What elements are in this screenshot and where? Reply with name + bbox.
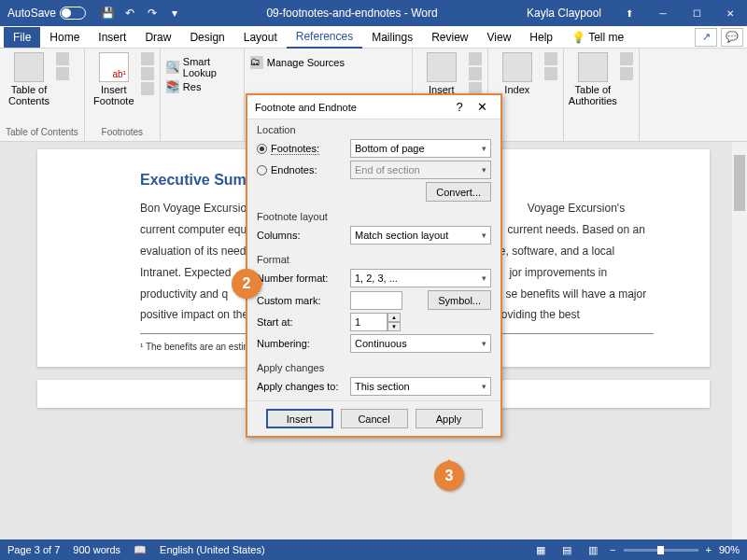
ribbon-tabs: File Home Insert Draw Design Layout Refe…	[0, 26, 747, 49]
dialog-title: Footnote and Endnote	[255, 102, 448, 113]
update-table-button[interactable]	[56, 67, 69, 80]
tab-help[interactable]: Help	[520, 27, 562, 48]
tab-layout[interactable]: Layout	[234, 27, 287, 48]
language-indicator[interactable]: English (United States)	[160, 544, 265, 555]
tab-view[interactable]: View	[478, 27, 521, 48]
zoom-level[interactable]: 90%	[719, 544, 740, 555]
researcher-button[interactable]: 📚Res	[166, 80, 238, 93]
location-heading: Location	[257, 124, 491, 135]
apply-heading: Apply changes	[257, 362, 491, 373]
insert-footnote-button[interactable]: ab¹Insert Footnote	[91, 52, 137, 106]
close-icon[interactable]: ✕	[713, 0, 747, 26]
tell-me[interactable]: 💡 Tell me	[562, 27, 633, 48]
update-tof-button[interactable]	[469, 67, 482, 80]
read-mode-icon[interactable]: ▦	[531, 542, 550, 557]
spin-up-icon: ▲	[388, 313, 401, 322]
undo-icon[interactable]: ↶	[120, 3, 140, 23]
callout-3: 3	[434, 461, 464, 491]
zoom-in-icon[interactable]: +	[706, 544, 712, 555]
number-format-combo[interactable]: 1, 2, 3, ...▾	[350, 269, 491, 287]
footnotes-location-combo[interactable]: Bottom of page▾	[350, 139, 491, 158]
tab-review[interactable]: Review	[422, 27, 477, 48]
columns-combo[interactable]: Match section layout▾	[350, 226, 491, 245]
comments-icon[interactable]: 💬	[721, 28, 743, 47]
insert-tof-button[interactable]	[469, 52, 482, 65]
insert-endnote-button[interactable]	[141, 52, 154, 65]
table-of-contents-button[interactable]: Table of Contents	[6, 52, 52, 106]
format-heading: Format	[257, 254, 491, 265]
tab-draw[interactable]: Draw	[135, 27, 180, 48]
apply-button[interactable]: Apply	[416, 409, 483, 428]
autosave-toggle[interactable]: AutoSave	[0, 7, 93, 20]
zoom-slider[interactable]	[624, 549, 698, 552]
apply-changes-combo[interactable]: This section▾	[350, 377, 491, 396]
manage-sources-button[interactable]: 🗂Manage Sources	[250, 56, 406, 69]
tab-insert[interactable]: Insert	[89, 27, 135, 48]
endnotes-location-combo: End of section▾	[350, 161, 491, 179]
index-button[interactable]: Index	[494, 52, 541, 95]
tab-references[interactable]: References	[287, 26, 362, 49]
user-name[interactable]: Kayla Claypool	[515, 7, 613, 20]
maximize-icon[interactable]: ☐	[680, 0, 713, 26]
symbol-button[interactable]: Symbol...	[428, 290, 491, 310]
print-layout-icon[interactable]: ▤	[557, 542, 576, 557]
footnote-endnote-dialog: Footnote and Endnote ? ✕ Location Footno…	[246, 93, 502, 438]
custom-mark-input[interactable]	[350, 291, 402, 310]
tab-file[interactable]: File	[4, 27, 40, 48]
word-count[interactable]: 900 words	[73, 544, 120, 555]
document-title: 09-footnotes-and-endnotes - Word	[189, 7, 515, 20]
zoom-out-icon[interactable]: −	[610, 544, 615, 555]
add-text-button[interactable]	[56, 52, 69, 65]
next-footnote-button[interactable]	[141, 67, 154, 80]
endnotes-radio[interactable]	[257, 165, 267, 175]
vertical-scrollbar[interactable]	[732, 142, 747, 539]
start-at-spinner[interactable]: ▲▼	[350, 313, 401, 331]
share-icon[interactable]: ↗	[695, 28, 717, 47]
quick-access-toolbar: 💾 ↶ ↷ ▾	[93, 3, 189, 23]
footnotes-radio[interactable]	[257, 144, 267, 154]
status-bar: Page 3 of 7 900 words 📖 English (United …	[0, 539, 747, 560]
minimize-icon[interactable]: ─	[646, 0, 680, 26]
ribbon-options-icon[interactable]: ⬆	[613, 0, 646, 26]
title-bar: AutoSave 💾 ↶ ↷ ▾ 09-footnotes-and-endnot…	[0, 0, 747, 26]
callout-2: 2	[232, 269, 261, 299]
save-icon[interactable]: 💾	[97, 3, 118, 23]
smart-lookup-button[interactable]: 🔍Smart Lookup	[166, 56, 238, 78]
redo-icon[interactable]: ↷	[142, 3, 162, 23]
tab-mailings[interactable]: Mailings	[362, 27, 422, 48]
tab-design[interactable]: Design	[180, 27, 233, 48]
spin-down-icon: ▼	[388, 322, 401, 331]
show-notes-button[interactable]	[141, 82, 154, 95]
dialog-help-icon[interactable]: ?	[448, 100, 471, 114]
tab-home[interactable]: Home	[40, 27, 89, 48]
spell-check-icon[interactable]: 📖	[134, 544, 147, 556]
layout-heading: Footnote layout	[257, 211, 491, 222]
cancel-button[interactable]: Cancel	[341, 409, 408, 428]
insert-button[interactable]: Insert	[266, 409, 333, 428]
web-layout-icon[interactable]: ▥	[584, 542, 602, 557]
numbering-combo[interactable]: Continuous▾	[350, 334, 491, 353]
dialog-close-icon[interactable]: ✕	[471, 100, 493, 114]
page-indicator[interactable]: Page 3 of 7	[7, 544, 60, 555]
convert-button[interactable]: Convert...	[426, 182, 491, 202]
qat-dropdown-icon[interactable]: ▾	[164, 3, 185, 23]
table-of-authorities-button[interactable]: Table of Authorities	[570, 52, 616, 106]
